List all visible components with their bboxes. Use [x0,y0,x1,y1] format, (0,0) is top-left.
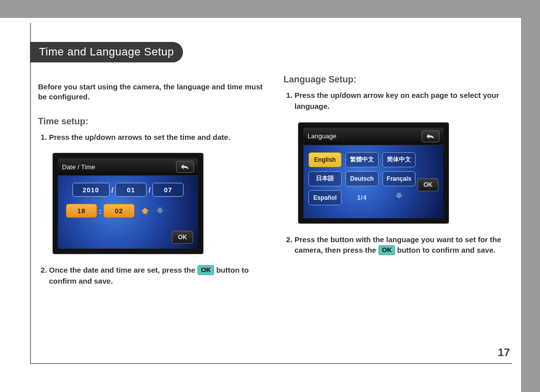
lang-step-1: Press the up/down arrow key on each page… [294,90,512,112]
time-setup-heading: Time setup: [38,116,266,127]
lcd-title: Date / Time [62,163,95,171]
date-sep: / [112,186,114,194]
language-pager: 1/4 [346,190,378,205]
date-sep: / [148,186,150,194]
lcd-title: Language [308,132,336,140]
lang-option-zh-simp[interactable]: 简体中文 [382,152,416,167]
ok-button[interactable]: OK [418,178,438,191]
arrow-up-icon[interactable] [140,205,150,216]
lang-option-zh-trad[interactable]: 繁體中文 [346,152,378,167]
day-field[interactable]: 07 [152,183,184,197]
lang-step-2: Press the button with the language you w… [294,234,512,256]
intro-text: Before you start using the camera, the l… [38,82,266,102]
content-columns: Before you start using the camera, the l… [38,74,512,297]
arrow-down-icon[interactable] [394,190,404,201]
section-title: Time and Language Setup [30,42,183,62]
lcd-date-time: Date / Time 2010 / 01 / 07 18 [53,153,203,254]
month-field[interactable]: 01 [116,183,146,197]
ok-button[interactable]: OK [172,231,193,244]
lang-option-francais[interactable]: Français [382,171,416,186]
lang-option-english[interactable]: English [308,152,342,167]
time-setup-steps: Press the up/down arrows to set the time… [38,132,266,143]
language-setup-heading: Language Setup: [284,74,512,85]
back-button[interactable] [176,161,194,173]
lang-option-espanol[interactable]: Español [308,190,342,205]
back-arrow-icon [426,133,435,139]
step2-text-before: Once the date and time are set, press th… [49,266,198,274]
lcd-body: English 繁體中文 简体中文 日本語 Deutsch Français E… [304,145,444,218]
language-setup-steps: Press the up/down arrow key on each page… [284,90,512,112]
back-button[interactable] [422,130,440,142]
arrow-down-icon[interactable] [154,205,166,216]
lcd-body: 2010 / 01 / 07 18 : 02 [58,176,198,249]
minute-field[interactable]: 02 [104,204,134,218]
lang-option-japanese[interactable]: 日本語 [308,171,342,186]
page-frame: Time and Language Setup Before you start… [30,23,512,364]
lcd-titlebar: Language [304,128,444,145]
page-bleed-top [0,0,540,18]
hour-field[interactable]: 18 [66,204,97,218]
lang-option-deutsch[interactable]: Deutsch [346,171,378,186]
year-field[interactable]: 2010 [72,183,110,197]
time-step-1: Press the up/down arrows to set the time… [49,132,266,143]
lang-step2-after: button to confirm and save. [397,246,496,254]
page-number: 17 [498,346,510,359]
left-column: Before you start using the camera, the l… [38,74,266,297]
time-setup-steps-2: Once the date and time are set, press th… [38,265,266,287]
ok-badge-icon: OK [378,245,396,255]
language-setup-steps-2: Press the button with the language you w… [284,234,512,256]
back-arrow-icon [180,164,190,170]
lcd-language: Language English 繁體中文 简体中文 日本語 Deutsch F… [298,123,448,223]
time-sep: : [99,207,102,215]
page-bleed-right [521,0,540,392]
right-column: Language Setup: Press the up/down arrow … [284,74,512,297]
ok-badge-icon: OK [198,265,214,275]
time-step-2: Once the date and time are set, press th… [49,265,266,287]
lcd-titlebar: Date / Time [58,158,198,176]
language-grid: English 繁體中文 简体中文 日本語 Deutsch Français E… [308,152,416,205]
